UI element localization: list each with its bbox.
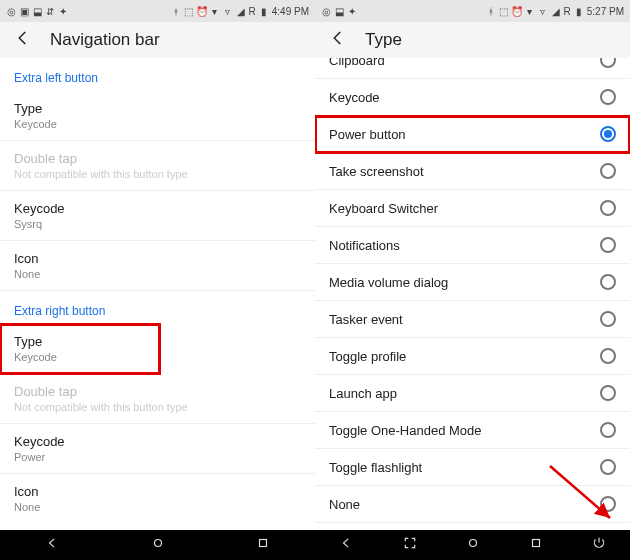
option-label: Tasker event [329, 312, 403, 327]
signal-icon: ◢ [236, 6, 246, 16]
pref-subtitle: Keycode [14, 118, 301, 130]
alarm-icon: ⏰ [197, 6, 207, 16]
pref-title: Double tap [14, 384, 301, 399]
left-screenshot: ◎ ▣ ⬓ ⇵ ✦ ᚼ ⬚ ⏰ ▾ ▿ ◢ R ▮ 4:49 PM Naviga… [0, 0, 315, 560]
section-extra-right: Extra right button [0, 291, 315, 324]
svg-point-2 [469, 540, 476, 547]
option-row[interactable]: Launch app [315, 375, 630, 412]
pref-subtitle: Not compatible with this button type [14, 168, 301, 180]
bluetooth-icon: ᚼ [171, 6, 181, 16]
svg-rect-3 [532, 540, 539, 547]
battery-icon: ▮ [259, 6, 269, 16]
vibrate-icon: ⬚ [499, 6, 509, 16]
header-left: Navigation bar [0, 22, 315, 58]
nav-power-icon[interactable] [592, 536, 606, 554]
svg-rect-1 [259, 540, 266, 547]
option-label: Toggle profile [329, 349, 406, 364]
status-time: 4:49 PM [272, 6, 309, 17]
option-label: Clipboard [329, 58, 385, 68]
page-title-left: Navigation bar [50, 30, 160, 50]
bluetooth-icon: ᚼ [486, 6, 496, 16]
option-clipboard[interactable]: Clipboard [315, 58, 630, 79]
option-row[interactable]: Power button [315, 116, 630, 153]
vibrate-icon: ⬚ [184, 6, 194, 16]
battery-icon: ▮ [574, 6, 584, 16]
pref-title: Type [14, 101, 301, 116]
section-extra-left: Extra left button [0, 58, 315, 91]
option-row[interactable]: Toggle profile [315, 338, 630, 375]
status-bar-left: ◎ ▣ ⬓ ⇵ ✦ ᚼ ⬚ ⏰ ▾ ▿ ◢ R ▮ 4:49 PM [0, 0, 315, 22]
pref-doubletap-left: Double tap Not compatible with this butt… [0, 141, 315, 191]
download-icon: ⬓ [334, 6, 344, 16]
nav-recent-icon[interactable] [256, 536, 270, 554]
option-label: Launch app [329, 386, 397, 401]
radio-icon [600, 311, 616, 327]
navbar-right [315, 530, 630, 560]
radio-icon [600, 58, 616, 68]
option-label: Power button [329, 127, 406, 142]
nav-home-icon[interactable] [466, 536, 480, 554]
option-row[interactable]: Take screenshot [315, 153, 630, 190]
pref-subtitle: Sysrq [14, 218, 301, 230]
option-label: Media volume dialog [329, 275, 448, 290]
pref-keycode-right[interactable]: Keycode Power [0, 424, 315, 474]
pref-title: Double tap [14, 151, 301, 166]
circle-icon: ◎ [321, 6, 331, 16]
pref-subtitle: Keycode [14, 351, 146, 363]
back-icon[interactable] [14, 29, 32, 51]
network-label: R [564, 6, 571, 17]
radio-icon [600, 422, 616, 438]
pref-icon-left[interactable]: Icon None [0, 241, 315, 291]
radio-icon [600, 126, 616, 142]
pref-type-left[interactable]: Type Keycode [0, 91, 315, 141]
option-row[interactable]: Toggle flashlight [315, 449, 630, 486]
pref-keycode-left[interactable]: Keycode Sysrq [0, 191, 315, 241]
compass-icon: ✦ [347, 6, 357, 16]
pref-title: Keycode [14, 201, 301, 216]
pref-doubletap-right: Double tap Not compatible with this butt… [0, 374, 315, 424]
pref-type-right[interactable]: Type Keycode [0, 324, 160, 374]
back-icon[interactable] [329, 29, 347, 51]
radio-icon [600, 89, 616, 105]
pref-title: Icon [14, 251, 301, 266]
option-label: Toggle One-Handed Mode [329, 423, 482, 438]
radio-icon [600, 459, 616, 475]
option-row[interactable]: Media volume dialog [315, 264, 630, 301]
nav-fullscreen-icon[interactable] [403, 536, 417, 554]
circle-icon: ◎ [6, 6, 16, 16]
radio-icon [600, 348, 616, 364]
radio-icon [600, 385, 616, 401]
radio-icon [600, 200, 616, 216]
option-label: Take screenshot [329, 164, 424, 179]
wifi-icon: ▿ [538, 6, 548, 16]
radio-icon [600, 163, 616, 179]
radio-icon [600, 237, 616, 253]
network-label: R [249, 6, 256, 17]
pref-subtitle: Not compatible with this button type [14, 401, 301, 413]
pref-title: Type [14, 334, 146, 349]
option-row[interactable]: Toggle One-Handed Mode [315, 412, 630, 449]
signal-icon: ◢ [551, 6, 561, 16]
options-list: KeycodePower buttonTake screenshotKeyboa… [315, 79, 630, 523]
option-row[interactable]: Keyboard Switcher [315, 190, 630, 227]
radio-icon [600, 496, 616, 512]
navbar-left [0, 530, 315, 560]
compass-icon: ✦ [58, 6, 68, 16]
pref-icon-right[interactable]: Icon None [0, 474, 315, 523]
nav-back-icon[interactable] [46, 536, 60, 554]
sync-icon: ⇵ [45, 6, 55, 16]
option-row[interactable]: Notifications [315, 227, 630, 264]
option-row[interactable]: None [315, 486, 630, 523]
option-label: Notifications [329, 238, 400, 253]
nav-home-icon[interactable] [151, 536, 165, 554]
pref-subtitle: None [14, 501, 301, 513]
nav-recent-icon[interactable] [529, 536, 543, 554]
option-row[interactable]: Keycode [315, 79, 630, 116]
nav-back-icon[interactable] [340, 536, 354, 554]
pref-subtitle: Power [14, 451, 301, 463]
nfc-icon: ▾ [210, 6, 220, 16]
option-row[interactable]: Tasker event [315, 301, 630, 338]
option-label: None [329, 497, 360, 512]
status-bar-right: ◎ ⬓ ✦ ᚼ ⬚ ⏰ ▾ ▿ ◢ R ▮ 5:27 PM [315, 0, 630, 22]
svg-point-0 [154, 540, 161, 547]
